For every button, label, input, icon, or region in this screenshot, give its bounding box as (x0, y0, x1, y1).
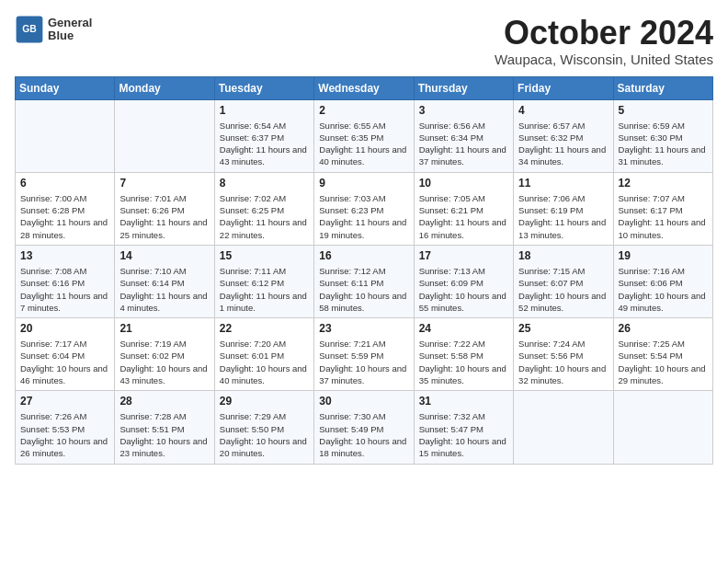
day-info: Sunrise: 7:22 AM Sunset: 5:58 PM Dayligh… (419, 338, 508, 386)
calendar-cell: 22Sunrise: 7:20 AM Sunset: 6:01 PM Dayli… (214, 318, 313, 391)
weekday-header-friday: Friday (514, 76, 613, 99)
day-info: Sunrise: 6:56 AM Sunset: 6:34 PM Dayligh… (419, 120, 508, 168)
logo-line1: General (48, 17, 92, 29)
day-number: 17 (419, 249, 508, 262)
calendar-cell: 18Sunrise: 7:15 AM Sunset: 6:07 PM Dayli… (514, 245, 613, 317)
calendar-cell (613, 391, 712, 464)
day-info: Sunrise: 7:16 AM Sunset: 6:06 PM Dayligh… (619, 265, 708, 314)
day-info: Sunrise: 6:57 AM Sunset: 6:32 PM Dayligh… (518, 120, 608, 168)
calendar-cell: 20Sunrise: 7:17 AM Sunset: 6:04 PM Dayli… (16, 318, 115, 391)
day-number: 5 (619, 104, 708, 117)
calendar-cell: 17Sunrise: 7:13 AM Sunset: 6:09 PM Dayli… (414, 245, 513, 317)
day-info: Sunrise: 7:13 AM Sunset: 6:09 PM Dayligh… (419, 265, 508, 314)
day-info: Sunrise: 7:30 AM Sunset: 5:49 PM Dayligh… (319, 410, 408, 459)
day-number: 29 (220, 395, 309, 408)
day-number: 23 (319, 322, 408, 335)
day-number: 4 (518, 104, 608, 117)
calendar-table: SundayMondayTuesdayWednesdayThursdayFrid… (15, 76, 713, 465)
calendar-cell (115, 99, 214, 172)
header: GB General Blue October 2024 Waupaca, Wi… (15, 15, 713, 67)
day-number: 7 (119, 177, 209, 190)
day-info: Sunrise: 7:02 AM Sunset: 6:25 PM Dayligh… (220, 192, 309, 241)
day-info: Sunrise: 6:59 AM Sunset: 6:30 PM Dayligh… (619, 120, 708, 168)
day-info: Sunrise: 7:05 AM Sunset: 6:21 PM Dayligh… (419, 192, 508, 241)
day-number: 24 (419, 322, 508, 335)
calendar-cell: 21Sunrise: 7:19 AM Sunset: 6:02 PM Dayli… (115, 318, 214, 391)
weekday-header-sunday: Sunday (16, 76, 115, 99)
calendar-week-3: 13Sunrise: 7:08 AM Sunset: 6:16 PM Dayli… (16, 245, 713, 317)
calendar-cell: 28Sunrise: 7:28 AM Sunset: 5:51 PM Dayli… (115, 391, 214, 464)
logo-line2: Blue (48, 29, 92, 42)
calendar-cell: 1Sunrise: 6:54 AM Sunset: 6:37 PM Daylig… (214, 99, 313, 172)
logo-text: General Blue (48, 17, 92, 43)
calendar-week-5: 27Sunrise: 7:26 AM Sunset: 5:53 PM Dayli… (16, 391, 713, 464)
day-info: Sunrise: 7:07 AM Sunset: 6:17 PM Dayligh… (619, 192, 708, 241)
calendar-cell: 3Sunrise: 6:56 AM Sunset: 6:34 PM Daylig… (414, 99, 513, 172)
day-info: Sunrise: 7:26 AM Sunset: 5:53 PM Dayligh… (20, 410, 109, 459)
day-number: 21 (119, 322, 209, 335)
calendar-cell (16, 99, 115, 172)
calendar-cell: 6Sunrise: 7:00 AM Sunset: 6:28 PM Daylig… (16, 172, 115, 245)
day-number: 25 (518, 322, 608, 335)
weekday-header-thursday: Thursday (414, 76, 513, 99)
day-info: Sunrise: 6:55 AM Sunset: 6:35 PM Dayligh… (319, 120, 408, 168)
day-number: 16 (319, 249, 408, 262)
day-number: 15 (220, 249, 309, 262)
day-info: Sunrise: 7:20 AM Sunset: 6:01 PM Dayligh… (220, 338, 309, 386)
calendar-cell: 2Sunrise: 6:55 AM Sunset: 6:35 PM Daylig… (314, 99, 414, 172)
location-title: Waupaca, Wisconsin, United States (495, 52, 713, 67)
day-number: 1 (220, 104, 309, 117)
day-info: Sunrise: 7:29 AM Sunset: 5:50 PM Dayligh… (220, 410, 309, 459)
day-info: Sunrise: 7:19 AM Sunset: 6:02 PM Dayligh… (119, 338, 209, 386)
day-number: 3 (419, 104, 508, 117)
day-info: Sunrise: 7:21 AM Sunset: 5:59 PM Dayligh… (319, 338, 408, 386)
day-number: 10 (419, 177, 508, 190)
day-info: Sunrise: 7:15 AM Sunset: 6:07 PM Dayligh… (518, 265, 608, 314)
day-number: 13 (20, 249, 109, 262)
day-number: 20 (20, 322, 109, 335)
day-info: Sunrise: 7:08 AM Sunset: 6:16 PM Dayligh… (20, 265, 109, 314)
calendar-cell: 19Sunrise: 7:16 AM Sunset: 6:06 PM Dayli… (613, 245, 712, 317)
day-info: Sunrise: 7:17 AM Sunset: 6:04 PM Dayligh… (20, 338, 109, 386)
day-number: 9 (319, 177, 408, 190)
weekday-header-tuesday: Tuesday (214, 76, 313, 99)
day-info: Sunrise: 7:00 AM Sunset: 6:28 PM Dayligh… (20, 192, 109, 241)
calendar-cell: 13Sunrise: 7:08 AM Sunset: 6:16 PM Dayli… (16, 245, 115, 317)
calendar-cell: 12Sunrise: 7:07 AM Sunset: 6:17 PM Dayli… (613, 172, 712, 245)
day-info: Sunrise: 7:25 AM Sunset: 5:54 PM Dayligh… (619, 338, 708, 386)
day-info: Sunrise: 7:28 AM Sunset: 5:51 PM Dayligh… (119, 410, 209, 459)
day-number: 26 (619, 322, 708, 335)
calendar-cell: 4Sunrise: 6:57 AM Sunset: 6:32 PM Daylig… (514, 99, 613, 172)
day-number: 6 (20, 177, 109, 190)
calendar-cell: 25Sunrise: 7:24 AM Sunset: 5:56 PM Dayli… (514, 318, 613, 391)
day-number: 18 (518, 249, 608, 262)
day-info: Sunrise: 7:24 AM Sunset: 5:56 PM Dayligh… (518, 338, 608, 386)
calendar-cell: 23Sunrise: 7:21 AM Sunset: 5:59 PM Dayli… (314, 318, 414, 391)
day-number: 8 (220, 177, 309, 190)
day-number: 11 (518, 177, 608, 190)
calendar-cell (514, 391, 613, 464)
weekday-header-wednesday: Wednesday (314, 76, 414, 99)
day-info: Sunrise: 7:03 AM Sunset: 6:23 PM Dayligh… (319, 192, 408, 241)
day-info: Sunrise: 7:01 AM Sunset: 6:26 PM Dayligh… (119, 192, 209, 241)
day-number: 31 (419, 395, 508, 408)
calendar-cell: 31Sunrise: 7:32 AM Sunset: 5:47 PM Dayli… (414, 391, 513, 464)
weekday-header-saturday: Saturday (613, 76, 712, 99)
calendar-cell: 27Sunrise: 7:26 AM Sunset: 5:53 PM Dayli… (16, 391, 115, 464)
day-number: 2 (319, 104, 408, 117)
svg-text:GB: GB (22, 24, 37, 34)
day-number: 28 (119, 395, 209, 408)
calendar-week-2: 6Sunrise: 7:00 AM Sunset: 6:28 PM Daylig… (16, 172, 713, 245)
calendar-cell: 10Sunrise: 7:05 AM Sunset: 6:21 PM Dayli… (414, 172, 513, 245)
weekday-header-row: SundayMondayTuesdayWednesdayThursdayFrid… (16, 76, 713, 99)
calendar-cell: 15Sunrise: 7:11 AM Sunset: 6:12 PM Dayli… (214, 245, 313, 317)
day-number: 12 (619, 177, 708, 190)
day-info: Sunrise: 7:12 AM Sunset: 6:11 PM Dayligh… (319, 265, 408, 314)
calendar-cell: 26Sunrise: 7:25 AM Sunset: 5:54 PM Dayli… (613, 318, 712, 391)
calendar-cell: 8Sunrise: 7:02 AM Sunset: 6:25 PM Daylig… (214, 172, 313, 245)
day-info: Sunrise: 7:11 AM Sunset: 6:12 PM Dayligh… (220, 265, 309, 314)
month-title: October 2024 (495, 15, 713, 52)
day-number: 27 (20, 395, 109, 408)
title-area: October 2024 Waupaca, Wisconsin, United … (495, 15, 713, 67)
day-info: Sunrise: 6:54 AM Sunset: 6:37 PM Dayligh… (220, 120, 309, 168)
